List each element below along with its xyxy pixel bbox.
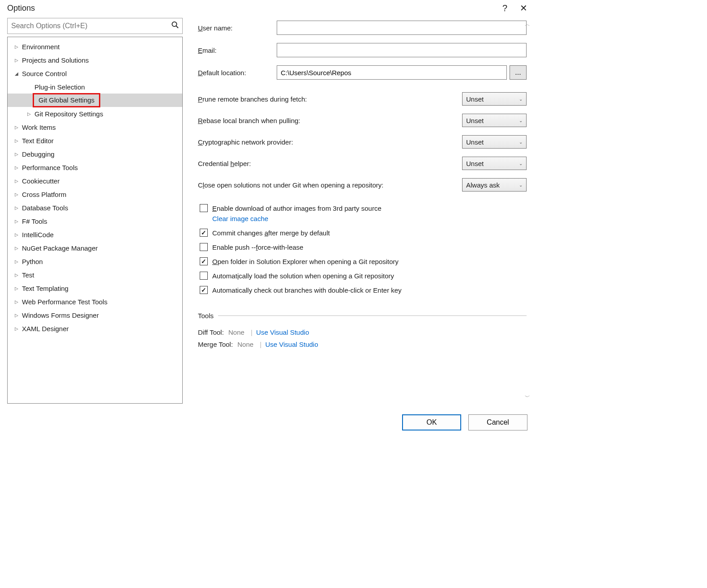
tree-item-git-repository-settings[interactable]: ▷Git Repository Settings (8, 107, 182, 120)
email-row: Email: (198, 43, 527, 57)
dropdown-settings: Prune remote branches during fetch:Unset… (198, 92, 527, 192)
chevron-right-icon[interactable]: ▷ (13, 326, 20, 331)
open-folder-check[interactable]: Open folder in Solution Explorer when op… (198, 257, 527, 265)
chevron-down-icon: ⌄ (519, 140, 523, 145)
chevron-right-icon[interactable]: ▷ (13, 205, 20, 210)
enable-download-check[interactable]: Enable download of author images from 3r… (198, 204, 527, 212)
chevron-down-icon[interactable]: ◢ (13, 71, 20, 76)
auto-checkout-check[interactable]: Automatically check out branches with do… (198, 286, 527, 294)
force-lease-check[interactable]: Enable push --force-with-lease (198, 243, 527, 251)
scroll-up-icon[interactable]: ︿ (525, 21, 530, 28)
tree-item-label: Performance Tools (22, 164, 78, 171)
tree-item-label: IntelliCode (22, 231, 54, 239)
chevron-right-icon[interactable]: ▷ (13, 192, 20, 197)
tree-item-cross-platform[interactable]: ▷Cross Platform (8, 187, 182, 201)
chevron-right-icon[interactable]: ▷ (26, 111, 33, 116)
merge-tool-value: None (237, 341, 253, 348)
tree-item-environment[interactable]: ▷Environment (8, 40, 182, 53)
tree-item-test[interactable]: ▷Test (8, 268, 182, 281)
chevron-right-icon[interactable]: ▷ (13, 138, 20, 143)
tree-item-debugging[interactable]: ▷Debugging (8, 147, 182, 161)
chevron-right-icon[interactable]: ▷ (13, 179, 20, 183)
cancel-button[interactable]: Cancel (468, 414, 527, 430)
merge-use-vs-link[interactable]: Use Visual Studio (265, 341, 318, 348)
chevron-right-icon[interactable]: ▷ (13, 299, 20, 304)
tree-item-performance-tools[interactable]: ▷Performance Tools (8, 161, 182, 174)
dialog-body: ▷Environment▷Projects and Solutions◢Sour… (0, 18, 537, 404)
tree-item-xaml-designer[interactable]: ▷XAML Designer (8, 322, 182, 335)
tree-item-work-items[interactable]: ▷Work Items (8, 120, 182, 134)
browse-button[interactable]: ... (510, 65, 527, 80)
setting-row-2: Cryptographic network provider:Unset⌄ (198, 135, 527, 149)
setting-row-1: Rebase local branch when pulling:Unset⌄ (198, 114, 527, 127)
setting-dropdown[interactable]: Unset⌄ (462, 157, 527, 170)
help-button[interactable]: ? (494, 3, 515, 13)
default-location-input[interactable] (277, 65, 507, 80)
email-input[interactable] (277, 43, 527, 57)
tree-item-f-tools[interactable]: ▷F# Tools (8, 214, 182, 228)
chevron-right-icon[interactable]: ▷ (13, 44, 20, 49)
tree-item-label: Git Global Settings (34, 93, 100, 107)
tree-item-text-editor[interactable]: ▷Text Editor (8, 134, 182, 147)
tree-item-label: Cookiecutter (22, 177, 60, 185)
clear-image-cache-link[interactable]: Clear image cache (212, 215, 527, 222)
close-button[interactable]: ✕ (515, 3, 532, 13)
tree-item-database-tools[interactable]: ▷Database Tools (8, 201, 182, 214)
chevron-right-icon[interactable]: ▷ (13, 165, 20, 170)
tree-item-nuget-package-manager[interactable]: ▷NuGet Package Manager (8, 241, 182, 255)
tree-item-source-control[interactable]: ◢Source Control (8, 67, 182, 80)
username-input[interactable] (277, 21, 527, 35)
tree-item-label: Cross Platform (22, 191, 66, 198)
setting-row-0: Prune remote branches during fetch:Unset… (198, 92, 527, 106)
tree-item-plug-in-selection[interactable]: ▷Plug-in Selection (8, 80, 182, 94)
tree-item-windows-forms-designer[interactable]: ▷Windows Forms Designer (8, 308, 182, 322)
tree-item-projects-and-solutions[interactable]: ▷Projects and Solutions (8, 53, 182, 67)
auto-load-check[interactable]: Automatically load the solution when ope… (198, 272, 527, 280)
checkbox-icon (200, 229, 208, 237)
default-location-label: Default location: (198, 69, 277, 77)
diff-tool-label: Diff Tool: (198, 328, 224, 336)
checkbox-icon (200, 257, 208, 265)
checkbox-icon (200, 243, 208, 251)
setting-label: Credential helper: (198, 160, 462, 167)
chevron-right-icon[interactable]: ▷ (13, 286, 20, 291)
diff-tool-value: None (228, 328, 244, 336)
title-bar: Options ? ✕ (0, 0, 537, 18)
commit-after-merge-check[interactable]: Commit changes after merge by default (198, 229, 527, 237)
setting-dropdown[interactable]: Unset⌄ (462, 135, 527, 149)
username-row: User name: (198, 21, 527, 35)
chevron-right-icon[interactable]: ▷ (13, 219, 20, 224)
search-input[interactable] (7, 18, 183, 34)
chevron-right-icon[interactable]: ▷ (13, 259, 20, 264)
scroll-down-icon[interactable]: ﹀ (525, 393, 530, 401)
chevron-right-icon[interactable]: ▷ (13, 58, 20, 63)
tree-item-python[interactable]: ▷Python (8, 255, 182, 268)
setting-dropdown[interactable]: Unset⌄ (462, 92, 527, 106)
diff-use-vs-link[interactable]: Use Visual Studio (256, 328, 309, 336)
tree-item-git-global-settings[interactable]: ▷Git Global Settings (8, 94, 182, 107)
setting-dropdown[interactable]: Unset⌄ (462, 114, 527, 127)
chevron-right-icon[interactable]: ▷ (13, 246, 20, 251)
tree-item-label: Text Editor (22, 137, 54, 145)
ok-button[interactable]: OK (402, 414, 461, 430)
chevron-right-icon[interactable]: ▷ (13, 273, 20, 277)
svg-line-1 (176, 26, 179, 28)
tree-item-label: Windows Forms Designer (22, 311, 99, 319)
chevron-right-icon[interactable]: ▷ (13, 125, 20, 130)
tree-item-text-templating[interactable]: ▷Text Templating (8, 281, 182, 295)
merge-tool-label: Merge Tool: (198, 341, 233, 348)
tree-item-cookiecutter[interactable]: ▷Cookiecutter (8, 174, 182, 187)
tree-item-web-performance-test-tools[interactable]: ▷Web Performance Test Tools (8, 295, 182, 308)
setting-dropdown[interactable]: Always ask⌄ (462, 178, 527, 192)
tree-item-label: XAML Designer (22, 325, 69, 332)
open-folder-label: Open folder in Solution Explorer when op… (212, 258, 398, 265)
chevron-right-icon[interactable]: ▷ (13, 232, 20, 237)
chevron-right-icon[interactable]: ▷ (13, 313, 20, 318)
tree-item-intellicode[interactable]: ▷IntelliCode (8, 228, 182, 241)
chevron-right-icon[interactable]: ▷ (13, 152, 20, 157)
tree-item-label: Python (22, 258, 43, 265)
tree-item-label: Environment (22, 43, 60, 51)
setting-row-3: Credential helper:Unset⌄ (198, 157, 527, 170)
email-label: Email: (198, 47, 277, 54)
options-tree[interactable]: ▷Environment▷Projects and Solutions◢Sour… (7, 37, 183, 404)
